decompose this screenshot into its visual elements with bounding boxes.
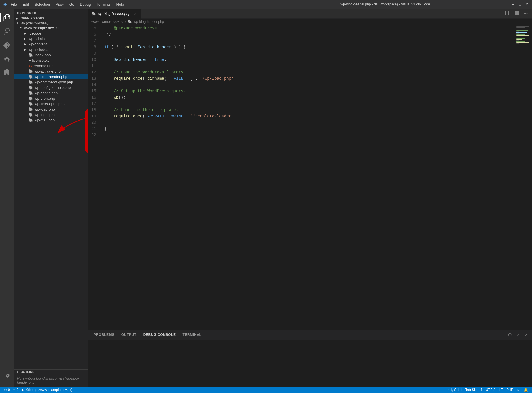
- menu-selection[interactable]: Selection: [32, 2, 52, 7]
- line-num-15: 15: [91, 88, 96, 94]
- file-wp-links-opml[interactable]: 🐘 wp-links-opml.php: [14, 101, 88, 107]
- activity-extensions[interactable]: [0, 66, 14, 79]
- status-smiley[interactable]: ☺: [515, 387, 522, 393]
- panel-filter-button[interactable]: [507, 331, 514, 338]
- menu-file[interactable]: File: [9, 2, 19, 7]
- status-line-col[interactable]: Ln 1, Col 1: [444, 387, 464, 393]
- panel-tab-output[interactable]: OUTPUT: [118, 330, 140, 340]
- txt-icon: ≡: [29, 58, 31, 63]
- window-title: wp-blog-header.php - ds (Workspace) - Vi…: [260, 2, 511, 6]
- file-wp-config[interactable]: 🐘 wp-config.php: [14, 90, 88, 96]
- line-num-21: 21: [91, 126, 96, 132]
- file-wp-blog-header[interactable]: 🐘 wp-blog-header.php: [14, 74, 88, 79]
- folder-wpadmin[interactable]: ▶ wp-admin: [14, 36, 88, 41]
- breadcrumb-domain[interactable]: www.example.dev.cc: [91, 20, 123, 24]
- status-language[interactable]: PHP: [505, 387, 515, 393]
- panel-content[interactable]: [88, 340, 532, 380]
- activity-search[interactable]: [0, 25, 14, 38]
- titlebar: ◈ File Edit Selection View Go Debug Term…: [0, 0, 532, 9]
- outline-header[interactable]: ▼ OUTLINE: [14, 370, 88, 374]
- menu-edit[interactable]: Edit: [20, 2, 31, 7]
- panel-tab-terminal[interactable]: TERMINAL: [179, 330, 205, 340]
- panel-actions: ∧ ×: [507, 331, 530, 338]
- activity-bar: [0, 9, 14, 387]
- open-editors-section[interactable]: ▶ OPEN EDITORS: [14, 16, 88, 21]
- breadcrumb-sep1: ›: [125, 20, 126, 24]
- status-encoding[interactable]: UTF-8: [484, 387, 497, 393]
- file-wp-login[interactable]: 🐘 wp-login.php: [14, 112, 88, 117]
- menu-view[interactable]: View: [53, 2, 66, 7]
- code-content[interactable]: @package WordPress */ if ( ! isset( $wp_…: [101, 25, 515, 330]
- file-license-txt[interactable]: ≡ license.txt: [14, 58, 88, 63]
- menu-terminal[interactable]: Terminal: [94, 2, 113, 7]
- html-icon: <>: [29, 64, 32, 68]
- menu-help[interactable]: Help: [114, 2, 126, 7]
- folder-name: wp-admin: [29, 37, 45, 41]
- panel-chevron[interactable]: ›: [88, 380, 532, 387]
- workspace-section[interactable]: ▼ DS (WORKSPACE): [14, 21, 88, 25]
- activity-settings[interactable]: [0, 368, 14, 382]
- workspace-label: DS (WORKSPACE): [21, 21, 49, 25]
- line-num-9: 9: [91, 50, 96, 57]
- tab-php-icon: 🐘: [91, 11, 96, 16]
- panel-collapse-button[interactable]: ∧: [515, 331, 522, 338]
- file-wp-comments-post[interactable]: 🐘 wp-comments-post.php: [14, 79, 88, 85]
- close-button[interactable]: ×: [525, 2, 529, 7]
- xdebug-label: Xdebug (www.example.dev.cc): [25, 388, 72, 392]
- domain-folder[interactable]: ▼ www.example.dev.cc: [14, 25, 88, 31]
- status-errors[interactable]: ⊗ 0 ⚠ 0: [2, 387, 20, 393]
- php-icon: 🐘: [29, 53, 33, 57]
- tab-close-button[interactable]: ×: [133, 11, 137, 16]
- domain-arrow: ▼: [19, 26, 24, 29]
- activity-debug[interactable]: [0, 52, 14, 66]
- folder-wpincludes[interactable]: ▶ wp-includes: [14, 47, 88, 52]
- domain-label: www.example.dev.cc: [24, 26, 58, 30]
- code-editor[interactable]: 5 6 7 8 9 10 11 12 13 14 15 16 17 18 19 …: [88, 25, 532, 330]
- folder-arrow: ▶: [24, 43, 29, 46]
- file-wp-activate[interactable]: 🐘 wp-activate.php: [14, 69, 88, 74]
- sidebar: EXPLORER ▶ OPEN EDITORS ▼ DS (WORKSPACE)…: [14, 9, 88, 387]
- file-readme-html[interactable]: <> readme.html: [14, 63, 88, 69]
- play-icon: ▶: [22, 388, 24, 392]
- menu-debug[interactable]: Debug: [78, 2, 93, 7]
- file-wp-load[interactable]: 🐘 wp-load.php: [14, 107, 88, 112]
- minimize-button[interactable]: −: [511, 2, 515, 7]
- editor-area: 🐘 wp-blog-header.php × ••• www.example.d…: [88, 9, 532, 387]
- split-editor-button[interactable]: [503, 9, 511, 17]
- outline-arrow: ▼: [16, 370, 21, 374]
- folder-name: wp-content: [29, 42, 47, 46]
- panel-close-button[interactable]: ×: [523, 331, 530, 338]
- file-index-php[interactable]: 🐘 index.php: [14, 52, 88, 58]
- status-xdebug[interactable]: ▶ Xdebug (www.example.dev.cc): [20, 387, 74, 393]
- vscode-icon: ◈: [3, 1, 7, 7]
- status-bar: ⊗ 0 ⚠ 0 ▶ Xdebug (www.example.dev.cc) Ln…: [0, 387, 532, 393]
- line-num-8: 8: [91, 44, 96, 50]
- line-num-16: 16: [91, 94, 96, 101]
- panel-tab-problems[interactable]: PROBLEMS: [90, 330, 118, 340]
- php-icon: 🐘: [29, 69, 33, 73]
- panel-tab-debug-console[interactable]: DEBUG CONSOLE: [140, 330, 179, 340]
- maximize-button[interactable]: □: [518, 2, 522, 7]
- breadcrumb-filename[interactable]: wp-blog-header.php: [134, 20, 164, 24]
- activity-explorer[interactable]: [0, 11, 14, 25]
- tab-bar: 🐘 wp-blog-header.php × •••: [88, 9, 532, 19]
- status-bell[interactable]: 🔔: [522, 387, 530, 393]
- file-wp-cron[interactable]: 🐘 wp-cron.php: [14, 96, 88, 101]
- breadcrumb-file-icon: 🐘: [128, 20, 132, 24]
- folder-name: wp-includes: [29, 47, 48, 52]
- folder-vscode[interactable]: ▶ .vscode: [14, 31, 88, 36]
- more-actions-button[interactable]: •••: [522, 9, 530, 17]
- editor-layout-button[interactable]: [513, 9, 521, 17]
- menu-go[interactable]: Go: [67, 2, 76, 7]
- activity-git[interactable]: [0, 38, 14, 52]
- status-line-ending[interactable]: LF: [497, 387, 505, 393]
- folder-wpcontent[interactable]: ▶ wp-content: [14, 41, 88, 47]
- status-tab-size[interactable]: Tab Size: 4: [464, 387, 484, 393]
- folder-arrow: ▶: [24, 37, 29, 40]
- file-wp-config-sample[interactable]: 🐘 wp-config-sample.php: [14, 85, 88, 90]
- window-controls: − □ ×: [511, 2, 529, 7]
- line-num-18: 18: [91, 107, 96, 113]
- file-wp-mail[interactable]: 🐘 wp-mail.php: [14, 117, 88, 123]
- line-num-13: 13: [91, 75, 96, 82]
- active-tab[interactable]: 🐘 wp-blog-header.php ×: [88, 9, 141, 19]
